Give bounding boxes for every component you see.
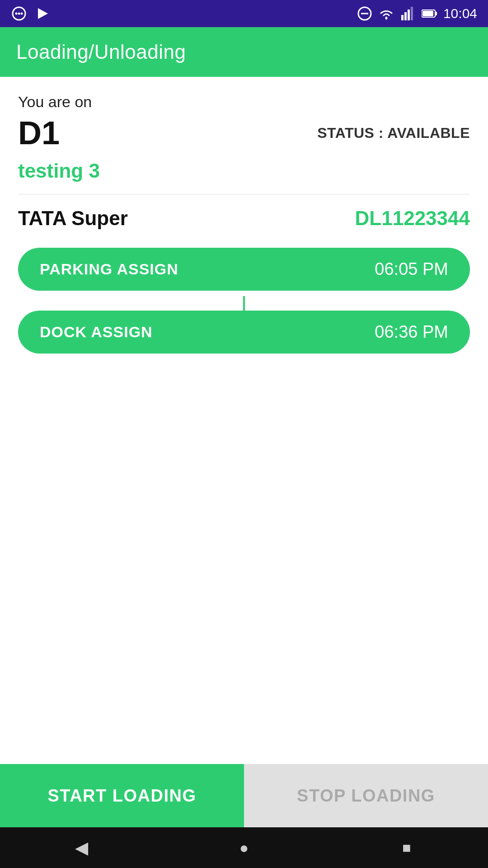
notification-icon [11, 5, 27, 22]
time-display: 10:04 [443, 6, 477, 21]
svg-rect-11 [411, 7, 413, 20]
parking-assign-button[interactable]: PARKING ASSIGN 06:05 PM [18, 248, 470, 291]
nav-bar: ◀ ● ■ [0, 827, 488, 868]
vehicle-row: TATA Super DL11223344 [18, 207, 470, 230]
dock-id: D1 [18, 114, 60, 151]
svg-rect-14 [422, 11, 433, 16]
vehicle-type: TATA Super [18, 207, 128, 230]
dock-row: D1 STATUS : AVAILABLE [18, 114, 470, 151]
stop-loading-button[interactable]: STOP LOADING [244, 764, 488, 827]
svg-rect-10 [408, 9, 410, 20]
connector [18, 296, 470, 316]
main-content: You are on D1 STATUS : AVAILABLE testing… [0, 77, 488, 764]
dock-assign-button[interactable]: DOCK ASSIGN 06:36 PM [18, 311, 470, 354]
svg-point-1 [15, 13, 18, 15]
start-loading-button[interactable]: START LOADING [0, 764, 244, 827]
back-button[interactable]: ◀ [63, 830, 99, 866]
svg-point-2 [18, 13, 20, 15]
svg-point-7 [385, 17, 387, 19]
dock-assign-label: DOCK ASSIGN [40, 323, 153, 341]
status-bar-right-icons: 10:04 [357, 5, 477, 22]
status-bar-left-icons [11, 5, 51, 22]
svg-rect-9 [404, 12, 407, 20]
parking-assign-label: PARKING ASSIGN [40, 260, 178, 278]
vehicle-plate: DL11223344 [355, 207, 470, 230]
app-bar: Loading/Unloading [0, 27, 488, 77]
dock-assign-time: 06:36 PM [375, 322, 448, 342]
status-badge: STATUS : AVAILABLE [317, 125, 470, 142]
spacer [18, 364, 470, 764]
divider [18, 194, 470, 194]
svg-point-3 [21, 13, 23, 15]
status-bar: 10:04 [0, 0, 488, 27]
vehicle-name-green: testing 3 [18, 160, 470, 182]
app-bar-title: Loading/Unloading [16, 41, 186, 63]
playstore-icon [34, 5, 51, 22]
svg-rect-13 [435, 12, 437, 15]
dnd-icon [357, 5, 373, 22]
wifi-icon [378, 5, 394, 22]
parking-assign-time: 06:05 PM [375, 259, 448, 279]
battery-icon [422, 5, 438, 22]
svg-rect-8 [401, 15, 404, 20]
svg-marker-4 [38, 8, 48, 19]
bottom-bar: START LOADING STOP LOADING [0, 764, 488, 827]
you-are-on-label: You are on [18, 93, 470, 111]
home-button[interactable]: ● [226, 830, 262, 866]
recent-button[interactable]: ■ [389, 830, 425, 866]
signal-icon [400, 5, 416, 22]
